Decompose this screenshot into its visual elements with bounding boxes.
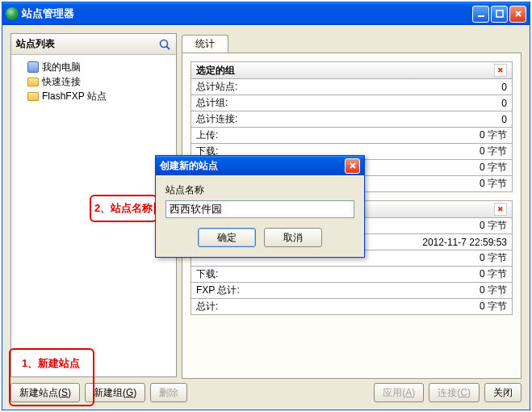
- tree-item-flashfxp[interactable]: FlashFXP 站点: [16, 89, 171, 103]
- apply-button[interactable]: 应用(A): [374, 383, 424, 402]
- computer-icon: [27, 61, 39, 73]
- dialog-body: 站点名称 确定 取消: [156, 175, 364, 257]
- svg-line-5: [167, 46, 170, 49]
- site-list-header: 站点列表: [11, 34, 176, 55]
- table-row: FXP 总计:0 字节: [191, 283, 512, 299]
- svg-rect-1: [496, 11, 503, 17]
- site-name-label: 站点名称: [165, 183, 354, 197]
- site-list-panel: 站点列表 我的电脑 快速连接 FlashFXP 站点: [10, 33, 177, 377]
- titlebar[interactable]: 站点管理器: [2, 2, 530, 25]
- new-site-button[interactable]: 新建站点(S): [10, 383, 80, 402]
- site-tree[interactable]: 我的电脑 快速连接 FlashFXP 站点: [11, 55, 176, 108]
- ok-button[interactable]: 确定: [198, 228, 256, 247]
- close-footer-button[interactable]: 关闭: [484, 383, 522, 402]
- folder-icon: [27, 78, 39, 86]
- clear-group-icon[interactable]: [494, 203, 507, 216]
- site-name-input[interactable]: [165, 200, 354, 218]
- window-title: 站点管理器: [22, 6, 471, 21]
- folder-icon: [27, 92, 39, 101]
- new-group-button[interactable]: 新建组(G): [85, 383, 145, 402]
- dialog-close-button[interactable]: [345, 158, 360, 174]
- table-row: 上传:0 字节: [191, 128, 512, 144]
- dialog-titlebar[interactable]: 创建新的站点: [156, 156, 364, 175]
- minimize-button[interactable]: [472, 6, 489, 23]
- tree-item-mycomputer[interactable]: 我的电脑: [16, 60, 171, 74]
- footer-buttons: 新建站点(S) 新建组(G) 删除 应用(A) 连接(C) 关闭: [10, 382, 522, 403]
- table-row: 总计站点:0: [191, 79, 512, 95]
- create-site-dialog: 创建新的站点 站点名称 确定 取消: [155, 155, 365, 258]
- tab-strip: 统计: [182, 33, 522, 53]
- table-row: 下载:0 字节: [191, 267, 512, 283]
- maximize-button[interactable]: [491, 6, 508, 23]
- table-row: 总计:0 字节: [191, 299, 512, 315]
- search-icon[interactable]: [158, 38, 171, 51]
- delete-button[interactable]: 删除: [150, 383, 187, 402]
- connect-button[interactable]: 连接(C): [429, 383, 480, 402]
- close-button[interactable]: [509, 6, 526, 23]
- clear-group-icon[interactable]: [494, 64, 507, 77]
- dialog-title: 创建新的站点: [160, 159, 345, 173]
- table-row: 总计组:0: [191, 95, 512, 111]
- cancel-button[interactable]: 取消: [264, 228, 322, 247]
- tab-stats[interactable]: 统计: [182, 35, 228, 53]
- svg-rect-0: [478, 15, 484, 17]
- svg-point-4: [161, 40, 168, 47]
- table-row: 总计连接:0: [191, 111, 512, 128]
- tree-item-quickconnect[interactable]: 快速连接: [16, 74, 171, 89]
- site-list-title: 站点列表: [16, 37, 158, 51]
- app-icon: [6, 7, 19, 20]
- group-header-selected: 选定的组: [191, 61, 513, 79]
